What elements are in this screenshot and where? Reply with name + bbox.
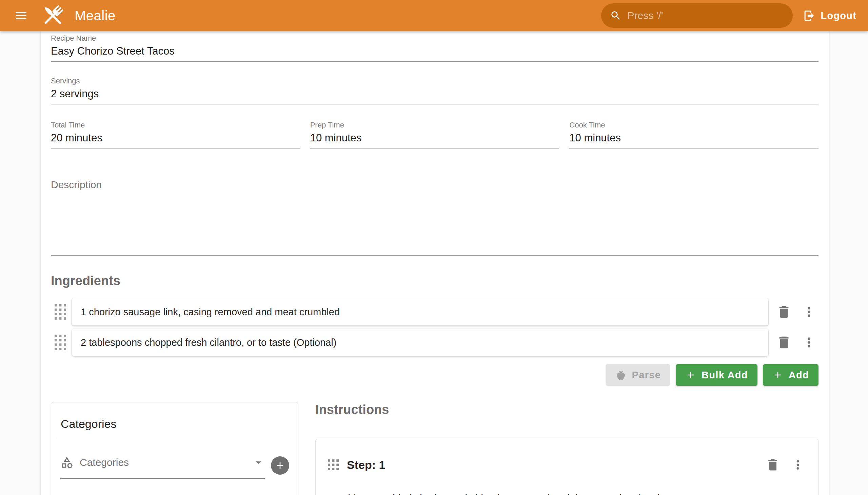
trash-icon [776,335,792,350]
ingredient-input-card [72,298,768,325]
categories-card: Categories Categories [51,402,299,495]
plus-icon [772,370,783,380]
cook-time-input[interactable] [569,132,818,144]
total-time-field: Total Time [51,121,300,149]
drag-dots-icon [55,335,66,350]
instructions-column: Instructions Step: 1 [315,402,818,495]
delete-ingredient-button[interactable] [775,333,794,352]
kebab-menu-icon [791,458,805,472]
search-input[interactable] [628,10,784,21]
categories-card-title: Categories [51,403,298,438]
add-category-button[interactable] [271,456,289,475]
menu-button[interactable] [12,7,30,24]
recipe-editor-card: Recipe Name Servings Total Time Prep Tim… [41,31,829,495]
add-label: Add [789,370,809,381]
plus-icon [275,460,286,471]
total-time-input[interactable] [51,132,300,144]
categories-select-label: Categories [80,457,246,468]
recipe-name-label: Recipe Name [51,34,818,43]
instructions-heading: Instructions [315,402,818,417]
parse-button[interactable]: Parse [606,364,671,386]
ingredient-menu-button[interactable] [800,303,818,321]
ingredients-heading: Ingredients [51,273,818,288]
logout-label: Logout [821,10,856,21]
search-field[interactable] [601,3,793,28]
total-time-label: Total Time [51,121,300,130]
ingredient-input[interactable] [81,337,760,348]
servings-label: Servings [51,76,818,85]
delete-step-button[interactable] [763,455,782,474]
hamburger-icon [14,8,28,23]
drag-handle[interactable] [51,304,70,320]
trash-icon [765,457,780,472]
recipe-name-input[interactable] [51,45,818,58]
step-menu-button[interactable] [788,455,807,474]
description-input[interactable] [51,191,818,255]
cook-time-field: Cook Time [569,121,818,149]
delete-ingredient-button[interactable] [775,303,794,321]
apple-icon [615,369,627,381]
drag-handle[interactable] [51,335,70,350]
ingredient-input[interactable] [81,307,760,318]
step-title: Step: 1 [347,458,757,472]
category-shapes-icon [60,456,73,469]
prep-time-input[interactable] [310,132,559,144]
chevron-down-icon [253,456,265,468]
cook-time-label: Cook Time [569,121,818,130]
recipe-name-field: Recipe Name [51,34,818,62]
plus-icon [685,370,696,380]
app-title: Mealie [74,8,116,23]
ingredient-row [51,298,818,325]
step-header: Step: 1 [326,455,807,474]
bottom-columns: Categories Categories Instructions [51,402,818,495]
step-card: Step: 1 Combine crumbled chorizo and chi… [315,439,818,495]
categories-column: Categories Categories [51,402,299,495]
prep-time-label: Prep Time [310,121,559,130]
drag-dots-icon [328,459,339,470]
mealie-logo-icon [40,3,66,29]
description-label: Description [51,178,818,191]
servings-input[interactable] [51,87,818,100]
kebab-menu-icon [802,305,816,319]
categories-card-content: Categories [51,438,298,495]
ingredient-actions-row: Parse Bulk Add Add [51,364,818,386]
logout-icon [803,10,815,22]
categories-select[interactable]: Categories [60,456,265,479]
time-fields-row: Total Time Prep Time Cook Time [51,121,818,149]
kebab-menu-icon [802,335,816,350]
search-icon [610,10,622,21]
ingredient-menu-button[interactable] [800,333,818,352]
bulk-add-label: Bulk Add [701,370,748,381]
servings-field: Servings [51,76,818,104]
drag-dots-icon [55,304,66,320]
ingredient-list [51,298,818,356]
drag-handle[interactable] [326,459,340,470]
description-field: Description [51,178,818,256]
prep-time-field: Prep Time [310,121,559,149]
ingredient-row [51,329,818,356]
logout-button[interactable]: Logout [803,10,856,22]
parse-label: Parse [632,370,661,381]
bulk-add-button[interactable]: Bulk Add [676,364,758,386]
add-ingredient-button[interactable]: Add [763,364,818,386]
step-text-input[interactable]: Combine crumbled chorizo and chipotle pe… [326,491,807,495]
app-bar: Mealie Logout [0,0,868,31]
trash-icon [776,304,792,320]
ingredient-input-card [72,329,768,356]
